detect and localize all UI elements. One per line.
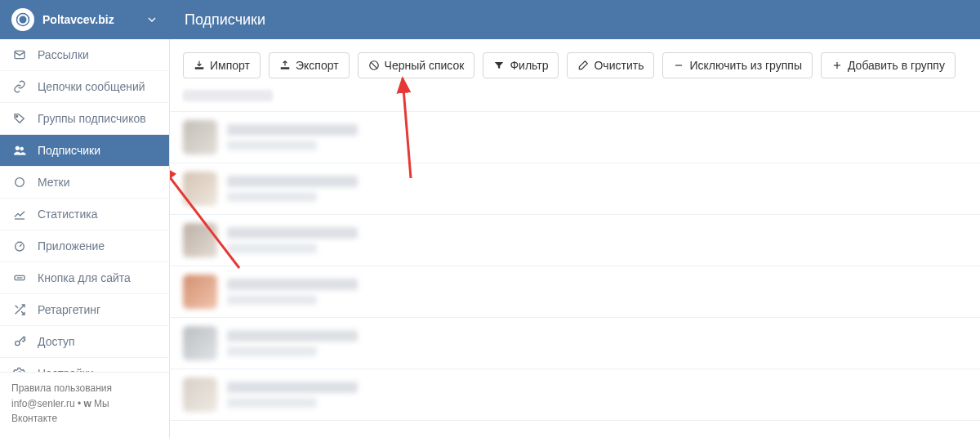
blacklist-label: Черный список [385,59,465,72]
link-icon [13,80,29,93]
sidebar-item-10[interactable]: Настройки [0,358,169,372]
account-name: Poltavcev.biz [42,13,145,26]
footer-info: Правила пользования info@senler.ru • w М… [0,372,169,438]
exclude-from-group-button[interactable]: Исключить из группы [662,52,813,78]
list-item[interactable] [170,266,980,318]
avatar [183,120,217,154]
list-item-text [227,330,967,356]
avatar [183,326,217,360]
sidebar-item-label: Метки [38,176,70,189]
list-item-text [227,176,967,202]
sidebar-item-5[interactable]: Статистика [0,199,169,230]
sidebar-item-2[interactable]: Группы подписчиков [0,103,169,135]
shuffle-icon [13,303,29,316]
sidebar-nav: РассылкиЦепочки сообщенийГруппы подписчи… [0,39,169,372]
blurred-subtext [227,141,317,150]
vk-logo-icon: w [83,398,94,409]
svg-point-7 [16,242,24,251]
minus-icon [673,60,684,71]
blurred-name [227,124,358,136]
list-item-text [227,124,967,150]
sidebar-item-8[interactable]: Ретаргетинг [0,294,169,326]
button-icon [13,271,29,284]
blurred-subtext [227,244,317,253]
toolbar: Импорт Экспорт Черный список Фильтр Очис… [170,39,980,88]
users-icon [13,144,29,157]
account-switcher[interactable]: Poltavcev.biz [0,0,170,39]
chart-icon [13,208,29,221]
list-item[interactable] [170,369,980,421]
avatar [183,275,217,309]
eraser-icon [577,60,589,71]
sidebar-item-label: Статистика [38,208,98,221]
avatar [183,223,217,257]
sidebar-item-label: Подписчики [38,144,100,157]
main: РассылкиЦепочки сообщенийГруппы подписчи… [0,39,980,438]
filter-label: Фильтр [510,59,548,72]
import-button[interactable]: Импорт [183,52,261,78]
plus-icon [831,60,843,71]
list-item-text [227,382,967,408]
blurred-name [227,382,358,393]
footer-rules-link[interactable]: Правила пользования [11,381,158,396]
list-item-text [227,279,967,305]
download-icon [194,60,205,71]
list-item[interactable] [170,163,980,215]
filter-button[interactable]: Фильтр [483,52,559,78]
sidebar-item-label: Ретаргетинг [38,303,100,316]
list-item[interactable] [170,214,980,266]
blurred-subtext [227,295,317,305]
svg-point-5 [20,147,24,150]
sidebar-item-label: Группы подписчиков [38,112,146,125]
clear-button[interactable]: Очистить [567,52,654,78]
sidebar-item-0[interactable]: Рассылки [0,39,169,71]
svg-point-4 [16,146,20,150]
sidebar: РассылкиЦепочки сообщенийГруппы подписчи… [0,39,170,438]
blurred-subtext [227,192,317,202]
sidebar-item-label: Приложение [38,239,105,253]
list-item[interactable] [170,111,980,163]
sidebar-item-9[interactable]: Доступ [0,326,169,358]
envelope-icon [13,48,29,61]
blurred-name [227,176,358,187]
list-item-text [227,227,967,253]
blurred-subtext [227,398,317,408]
svg-point-3 [16,115,18,117]
add-to-group-button[interactable]: Добавить в группу [821,52,956,78]
list-item[interactable] [170,317,980,369]
footer-email[interactable]: info@senler.ru [11,398,75,409]
sidebar-item-label: Кнопка для сайта [38,271,131,284]
avatar [183,378,217,412]
blurred-section-label [183,90,273,101]
sidebar-item-label: Рассылки [38,48,89,61]
sidebar-item-6[interactable]: Приложение [0,230,169,262]
svg-point-6 [16,178,24,187]
key-icon [13,335,29,348]
blurred-subtext [227,346,317,356]
sidebar-item-3[interactable]: Подписчики [0,135,169,167]
account-avatar [11,8,34,31]
export-button[interactable]: Экспорт [269,52,350,78]
clear-label: Очистить [594,59,644,72]
exclude-label: Исключить из группы [689,59,802,72]
sidebar-item-label: Доступ [38,335,75,348]
circle-icon [13,176,29,189]
filter-icon [493,60,505,71]
svg-point-1 [20,16,26,23]
import-label: Импорт [210,59,250,72]
list-section-header [170,88,980,112]
sidebar-item-1[interactable]: Цепочки сообщений [0,71,169,103]
tags-icon [13,112,29,125]
blurred-name [227,227,358,239]
blacklist-button[interactable]: Черный список [358,52,475,78]
sidebar-item-7[interactable]: Кнопка для сайта [0,262,169,294]
sidebar-item-label: Цепочки сообщений [38,80,145,93]
subscriber-list [170,111,980,421]
content: Импорт Экспорт Черный список Фильтр Очис… [170,39,980,438]
svg-line-13 [370,62,376,69]
blurred-name [227,330,358,342]
blurred-name [227,279,358,290]
page-title: Подписчики [170,0,265,39]
sidebar-item-4[interactable]: Метки [0,167,169,199]
export-label: Экспорт [296,59,339,72]
